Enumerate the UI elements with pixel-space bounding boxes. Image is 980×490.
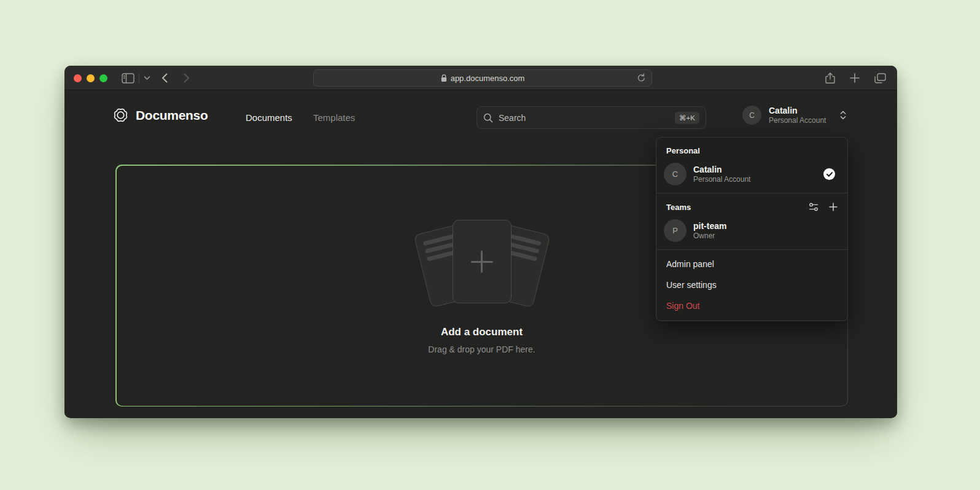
toolbar-right-actions [825,66,886,90]
reload-button[interactable] [637,73,646,83]
toolbar-separator [139,73,139,83]
avatar: C [742,106,761,125]
account-name: Catalin [769,106,826,116]
documenso-logo-icon [112,107,129,123]
check-icon [826,172,833,177]
menu-divider [656,249,847,250]
personal-section-label: Personal [656,141,847,160]
zoom-window-button[interactable] [99,74,107,82]
menu-item-personal-account[interactable]: C Catalin Personal Account [656,160,847,192]
dropzone-subtitle: Drag & drop your PDF here. [428,344,535,354]
forward-icon [184,73,190,83]
add-team-button[interactable] [829,203,838,211]
browser-window: app.documenso.com [64,66,897,418]
selector-icon [839,111,847,120]
desktop: { "browser": { "url": "app.documenso.com… [0,0,980,490]
team-avatar: P [664,219,686,242]
document-card-add [453,220,511,303]
window-controls [74,66,107,90]
menu-item-sign-out[interactable]: Sign Out [656,295,847,318]
chevron-down-icon [144,76,150,80]
account-subtitle: Personal Account [769,116,826,125]
account-name: Catalin [693,165,750,175]
new-tab-icon [850,73,860,83]
menu-divider [656,193,847,193]
sidebar-toggle-button[interactable] [120,66,136,90]
close-window-button[interactable] [74,74,82,82]
forward-button[interactable] [180,66,193,90]
address-bar[interactable]: app.documenso.com [313,69,652,87]
url-text: app.documenso.com [451,74,525,83]
minimize-window-button[interactable] [87,74,95,82]
menu-item-team[interactable]: P pit-team Owner [656,217,847,248]
team-name: pit-team [693,221,726,231]
team-role: Owner [693,231,726,241]
add-team-icon [829,203,838,211]
back-icon [161,73,168,83]
lock-icon [441,74,447,82]
search-shortcut-badge: ⌘+K [675,112,699,124]
manage-teams-icon [809,202,819,212]
back-button[interactable] [158,66,171,90]
document-stack-illustration [417,217,547,310]
account-subtitle: Personal Account [693,175,750,184]
plus-icon [471,251,493,273]
nav-documents[interactable]: Documents [246,112,292,123]
tabs-overview-icon [874,73,886,84]
share-button[interactable] [825,72,835,84]
sidebar-icon [122,73,134,84]
brand-logo-link[interactable]: Documenso [112,107,208,123]
dropzone-title: Add a document [441,326,523,338]
search-icon [483,113,493,123]
menu-item-user-settings[interactable]: User settings [656,274,847,295]
menu-item-admin-panel[interactable]: Admin panel [656,254,847,274]
browser-toolbar: app.documenso.com [64,66,897,90]
share-icon [825,72,835,84]
new-tab-button[interactable] [850,73,860,83]
account-dropdown-menu: Personal C Catalin Personal Account Team… [656,137,848,321]
teams-section-label: Teams [666,203,691,212]
search-input[interactable]: Search ⌘+K [476,106,706,129]
manage-teams-button[interactable] [809,202,819,212]
search-placeholder: Search [499,113,526,123]
sidebar-menu-button[interactable] [142,66,152,90]
account-menu-button[interactable]: C Catalin Personal Account [742,106,847,125]
brand-name: Documenso [136,108,208,123]
avatar: C [664,163,686,185]
tabs-overview-button[interactable] [874,73,886,84]
reload-icon [637,73,646,83]
app-page: Documenso Documents Templates Search ⌘+K… [64,90,897,418]
nav-templates[interactable]: Templates [313,112,355,123]
selected-check-badge [823,168,835,180]
teams-section-header: Teams [656,197,847,217]
